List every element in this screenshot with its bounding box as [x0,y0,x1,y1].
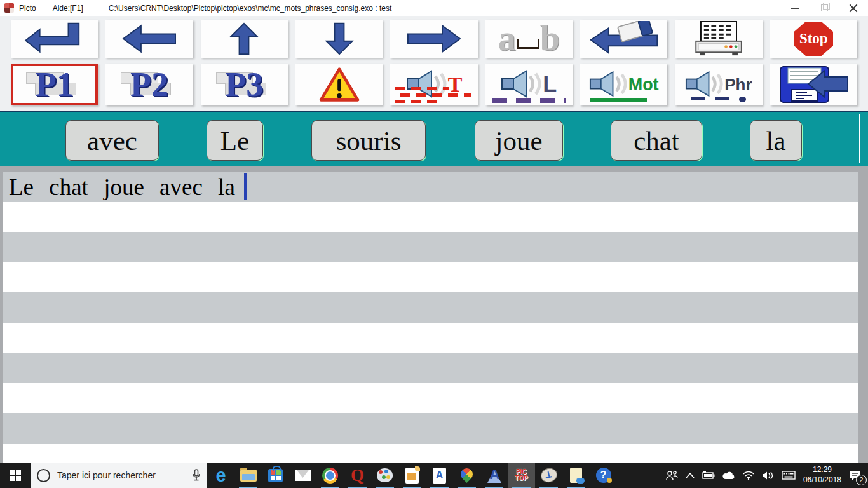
warning-triangle-icon [317,66,362,103]
move-down-button[interactable] [295,20,383,58]
menu-aide[interactable]: Aide:[F1] [53,4,83,13]
touch-keyboard-button[interactable] [778,463,799,488]
battery-button[interactable] [698,463,719,488]
writer-doc-icon [433,468,446,484]
word-button-la[interactable]: la [750,120,802,161]
tray-time: 12:29 [803,465,841,475]
picto-app-icon [4,3,14,13]
speak-phrase-label: Phr [724,75,752,95]
chevron-up-icon [686,473,695,478]
taskbar-app-file-explorer[interactable] [234,463,262,488]
minimize-icon [791,8,799,9]
clock-date[interactable]: 12:29 06/10/2018 [803,465,841,485]
composed-sentence: Le chat joue avec la [9,173,235,201]
speak-phrase-button[interactable]: Phr [675,64,762,105]
close-icon [849,4,858,13]
pictop-icon: PIC TOP [515,469,527,482]
taskbar-app-mail[interactable] [289,463,316,488]
speak-word-button[interactable]: Mot [580,64,667,105]
wifi-icon [743,471,754,480]
taskbar-app-clock[interactable] [535,463,562,488]
save-button[interactable] [770,64,857,105]
word-spacing-button[interactable]: a b [485,20,573,58]
speaker-icon [589,69,627,100]
minimize-button[interactable] [780,0,810,16]
letter-a-app-icon [486,468,503,483]
printer-icon [691,20,747,57]
speaker-icon [685,69,723,100]
right-arrow-icon [403,21,465,57]
menu-picto[interactable]: Picto [19,4,36,13]
stop-button[interactable]: Stop [770,20,857,58]
taskbar-app-impress[interactable] [398,463,426,488]
speak-letter-label: L [543,71,557,98]
toolbar-row-2: P1 P2 P3 T L [0,64,868,105]
word-button-souris[interactable]: souris [311,120,426,161]
print-button[interactable] [675,20,762,58]
taskbar-app-edge[interactable] [207,463,234,488]
taskbar-app-notes[interactable] [562,463,590,488]
wifi-button[interactable] [739,463,758,488]
band-divider-line [859,114,860,163]
enter-line-button[interactable] [11,20,98,58]
page1-button[interactable]: P1 [11,64,98,105]
onedrive-button[interactable] [719,463,739,488]
move-up-button[interactable] [201,20,288,58]
notification-badge: 2 [856,475,867,485]
taskbar-app-paint[interactable] [371,463,398,488]
close-button[interactable] [839,0,868,16]
volume-button[interactable] [758,463,778,488]
page2-button[interactable]: P2 [105,64,193,105]
q-app-icon [351,467,364,484]
speak-word-label: Mot [628,75,659,95]
store-icon [268,469,283,482]
navy-dot [739,97,746,102]
taskbar-app-store[interactable] [262,463,289,488]
p3-label: P3 [225,65,263,104]
file-explorer-icon [240,470,257,482]
word-choice-band: avec Le souris joue chat la [0,111,868,168]
taskbar-app-q[interactable] [344,463,371,488]
taskbar-app-maps[interactable] [453,463,480,488]
word-button-le[interactable]: Le [207,120,263,161]
taskbar-app-writer[interactable] [426,463,453,488]
page3-button[interactable]: P3 [201,64,288,105]
tray-overflow-button[interactable] [682,463,698,488]
start-button[interactable] [0,463,31,488]
move-left-button[interactable] [105,20,193,58]
eraser-icon [587,21,661,57]
red-dashes [395,100,439,103]
p1-label: P1 [36,65,74,104]
taskbar-search[interactable]: Taper ici pour rechercher [31,463,207,488]
taskbar-app-pictop[interactable]: PIC TOP [508,463,535,488]
word-button-joue[interactable]: joue [475,120,563,161]
taskbar-app-a[interactable] [480,463,508,488]
letter-b: b [540,24,560,54]
move-right-button[interactable] [390,20,477,58]
left-arrow-icon [119,21,180,57]
taskbar-app-chrome[interactable] [316,463,344,488]
word-button-chat[interactable]: chat [611,120,702,161]
search-placeholder: Taper ici pour rechercher [57,470,156,480]
text-cursor [244,173,247,200]
letter-a: a [498,24,516,54]
mail-icon [295,470,311,481]
cloud-icon [722,471,735,480]
battery-icon [702,471,715,479]
speaker-icon [501,69,541,100]
notification-center-button[interactable]: 2 [845,463,865,488]
keyboard-icon [782,471,796,480]
taskbar-apps: PIC TOP [207,463,617,488]
word-button-avec[interactable]: avec [65,120,159,161]
chrome-icon [322,468,338,484]
navy-dashes [691,97,734,100]
speak-letter-button[interactable]: L [485,64,573,105]
erase-back-button[interactable] [580,20,667,58]
presentation-doc-icon [405,468,419,484]
speak-text-button[interactable]: T [390,64,477,105]
taskbar-app-help[interactable] [590,463,617,488]
writing-area[interactable]: Le chat joue avec la [3,172,858,463]
people-button[interactable] [661,463,682,488]
warning-button[interactable] [295,64,383,105]
microphone-icon[interactable] [192,469,201,482]
